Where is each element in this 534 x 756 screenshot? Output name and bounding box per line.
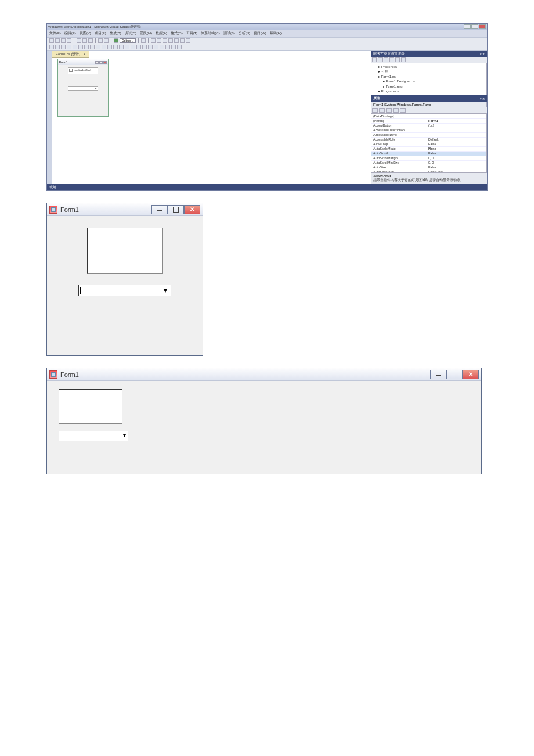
toolbar-icon[interactable] [171, 45, 176, 49]
toolbox-strip[interactable] [47, 51, 52, 184]
toolbar-icon[interactable] [125, 45, 129, 49]
sln-toolbar-icon[interactable] [378, 57, 383, 62]
maximize-button[interactable] [471, 24, 478, 29]
toolbar-icon[interactable] [163, 38, 167, 43]
property-row[interactable]: AutoSizeFalse [371, 165, 486, 170]
sln-toolbar-icon[interactable] [389, 57, 394, 62]
checked-list-box[interactable] [87, 228, 163, 274]
toolbar-icon[interactable] [160, 45, 164, 49]
dropdown-icon[interactable]: ▼ [161, 286, 169, 294]
menu-project[interactable]: 项目(P) [95, 31, 106, 36]
designer-form-body[interactable]: checkedListBox1 [58, 65, 108, 93]
minimize-button[interactable] [151, 205, 168, 214]
toolbar-icon[interactable] [55, 45, 60, 49]
toolbar-icon[interactable] [84, 45, 89, 49]
close-button[interactable]: ✕ [184, 205, 200, 214]
toolbar-icon[interactable] [136, 45, 141, 49]
toolbar-icon[interactable] [168, 38, 173, 43]
toolbar-icon[interactable] [157, 38, 161, 43]
combo-box[interactable] [59, 431, 128, 441]
property-row[interactable]: AllowDropFalse [371, 142, 486, 146]
toolbar-icon[interactable] [107, 45, 112, 49]
property-row[interactable]: AutoScaleModeNone [371, 146, 486, 151]
form-designer-preview[interactable]: Form1 checkedListBox1 [57, 59, 109, 117]
property-row[interactable]: AcceptButton(无) [371, 123, 486, 128]
menu-tools[interactable]: 工具(T) [186, 31, 198, 36]
property-pages-icon[interactable] [400, 108, 406, 113]
property-row[interactable]: AccessibleDescription [371, 128, 486, 132]
save-icon[interactable] [61, 38, 66, 43]
toolbar-icon[interactable] [174, 38, 179, 43]
toolbar-icon[interactable] [119, 45, 124, 49]
new-project-icon[interactable] [49, 38, 54, 43]
toolbar-icon[interactable] [67, 45, 71, 49]
properties-object-selector[interactable]: Form1 System.Windows.Forms.Form [371, 102, 487, 107]
toolbar-icon[interactable] [90, 45, 95, 49]
alphabetical-icon[interactable] [379, 108, 385, 113]
save-all-icon[interactable] [67, 38, 71, 43]
toolbar-icon[interactable] [96, 45, 100, 49]
menu-team[interactable]: 团队(M) [140, 31, 152, 36]
menu-window[interactable]: 窗口(W) [254, 31, 266, 36]
toolbar-icon[interactable] [141, 38, 146, 43]
property-row[interactable]: AccessibleRoleDefault [371, 137, 486, 142]
tab-close-icon[interactable]: × [84, 52, 86, 56]
property-row[interactable]: (DataBindings) [371, 114, 486, 118]
menu-help[interactable]: 帮助(H) [270, 31, 282, 36]
menu-data[interactable]: 数据(A) [156, 31, 167, 36]
toolbar-icon[interactable] [113, 45, 118, 49]
pin-icon[interactable]: ▾ ✕ [480, 52, 485, 56]
sln-toolbar-icon[interactable] [401, 57, 406, 62]
menu-format[interactable]: 格式(O) [171, 31, 183, 36]
document-tab[interactable]: Form1.cs [设计] × [52, 51, 89, 58]
toolbar-icon[interactable] [49, 45, 54, 49]
cut-icon[interactable] [77, 38, 81, 43]
copy-icon[interactable] [82, 38, 87, 43]
property-row[interactable]: AutoScrollFalse [371, 151, 486, 156]
combo-box[interactable] [68, 86, 98, 91]
properties-icon[interactable] [386, 108, 392, 113]
menu-edit[interactable]: 编辑(E) [64, 31, 76, 36]
close-button[interactable]: ✕ [463, 370, 479, 379]
toolbar-icon[interactable] [148, 45, 153, 49]
maximize-button[interactable] [446, 370, 463, 379]
designer-surface[interactable]: Form1.cs [设计] × Form1 checkedListBox1 [52, 51, 371, 184]
checked-list-box[interactable] [59, 389, 122, 424]
open-icon[interactable] [55, 38, 60, 43]
toolbar-icon[interactable] [73, 45, 77, 49]
properties-grid[interactable]: (DataBindings)(Name)Form1AcceptButton(无)… [371, 113, 487, 172]
property-row[interactable]: AutoScrollMargin0, 0 [371, 156, 486, 160]
toolbar-icon[interactable] [61, 45, 66, 49]
pin-icon[interactable]: ▾ ✕ [480, 97, 485, 100]
tree-item[interactable]: ▸ Properties [374, 64, 484, 69]
minimize-button[interactable] [430, 370, 446, 379]
tree-item[interactable]: ▸ Form1.cs [374, 74, 484, 79]
tree-item[interactable]: ▸ 引用 [374, 69, 484, 74]
categorized-icon[interactable] [372, 108, 378, 113]
toolbar-icon[interactable] [102, 45, 106, 49]
toolbar-icon[interactable] [142, 45, 147, 49]
toolbar-icon[interactable] [151, 38, 156, 43]
undo-icon[interactable] [98, 38, 103, 43]
sln-toolbar-icon[interactable] [384, 57, 388, 62]
maximize-button[interactable] [168, 205, 184, 214]
menu-test[interactable]: 测试(S) [223, 31, 235, 36]
menu-view[interactable]: 视图(V) [80, 31, 91, 36]
tree-item[interactable]: ▸ Program.cs [374, 89, 484, 93]
minimize-button[interactable] [464, 24, 471, 29]
property-row[interactable]: AccessibleName [371, 132, 486, 137]
checked-list-box[interactable]: checkedListBox1 [68, 67, 98, 74]
toolbar-icon[interactable] [154, 45, 158, 49]
start-debug-icon[interactable] [114, 38, 118, 43]
menu-file[interactable]: 文件(F) [49, 31, 61, 36]
menu-build[interactable]: 生成(B) [110, 31, 121, 36]
sln-toolbar-icon[interactable] [372, 57, 377, 62]
combo-box[interactable]: ▼ [78, 285, 171, 296]
tree-item[interactable]: ▸ Form1.Designer.cs [374, 79, 484, 84]
toolbar-icon[interactable] [177, 45, 182, 49]
menu-architecture[interactable]: 体系结构(C) [201, 31, 219, 36]
tree-item[interactable]: ▸ Form1.resx [374, 84, 484, 89]
events-icon[interactable] [393, 108, 399, 113]
paste-icon[interactable] [88, 38, 93, 43]
toolbar-icon[interactable] [180, 38, 185, 43]
